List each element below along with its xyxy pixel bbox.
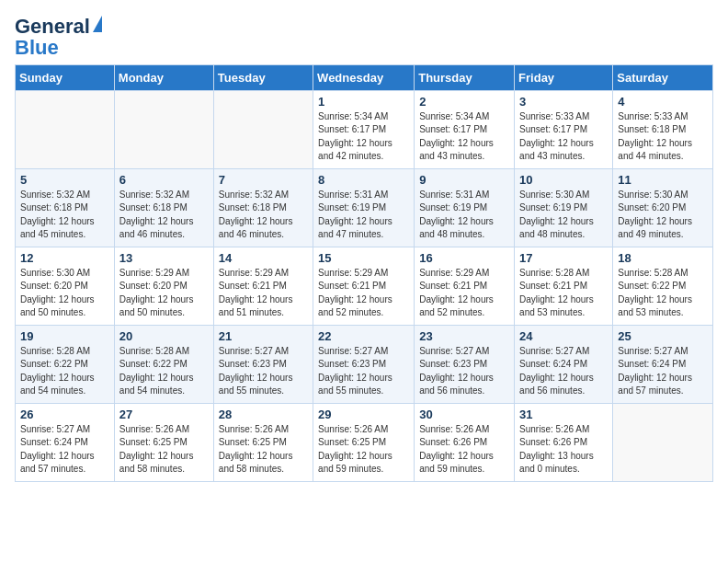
calendar-cell: 2Sunrise: 5:34 AMSunset: 6:17 PMDaylight… bbox=[415, 90, 515, 168]
calendar-cell: 26Sunrise: 5:27 AMSunset: 6:24 PMDayligh… bbox=[16, 403, 115, 481]
calendar-cell: 11Sunrise: 5:30 AMSunset: 6:20 PMDayligh… bbox=[613, 168, 713, 247]
day-number: 28 bbox=[219, 408, 308, 421]
day-info: Sunrise: 5:28 AMSunset: 6:22 PMDaylight:… bbox=[618, 267, 708, 320]
weekday-header: Friday bbox=[515, 64, 613, 90]
day-number: 19 bbox=[20, 329, 109, 343]
calendar-cell: 12Sunrise: 5:30 AMSunset: 6:20 PMDayligh… bbox=[16, 247, 115, 325]
day-number: 15 bbox=[318, 251, 409, 265]
day-number: 29 bbox=[318, 408, 409, 421]
day-info: Sunrise: 5:27 AMSunset: 6:24 PMDaylight:… bbox=[20, 423, 109, 477]
day-number: 23 bbox=[419, 329, 509, 343]
calendar-cell: 14Sunrise: 5:29 AMSunset: 6:21 PMDayligh… bbox=[213, 247, 313, 325]
day-number: 18 bbox=[618, 251, 708, 265]
day-info: Sunrise: 5:32 AMSunset: 6:18 PMDaylight:… bbox=[219, 189, 308, 242]
calendar-cell: 10Sunrise: 5:30 AMSunset: 6:19 PMDayligh… bbox=[515, 168, 613, 247]
day-number: 27 bbox=[119, 408, 209, 421]
day-info: Sunrise: 5:28 AMSunset: 6:22 PMDaylight:… bbox=[20, 345, 109, 398]
page-header: General Blue bbox=[15, 15, 713, 57]
calendar-cell: 30Sunrise: 5:26 AMSunset: 6:26 PMDayligh… bbox=[415, 403, 515, 481]
calendar-cell: 20Sunrise: 5:28 AMSunset: 6:22 PMDayligh… bbox=[114, 325, 213, 403]
day-number: 4 bbox=[618, 95, 708, 109]
day-info: Sunrise: 5:31 AMSunset: 6:19 PMDaylight:… bbox=[419, 189, 509, 242]
calendar-cell: 8Sunrise: 5:31 AMSunset: 6:19 PMDaylight… bbox=[313, 168, 415, 247]
calendar-cell: 28Sunrise: 5:26 AMSunset: 6:25 PMDayligh… bbox=[213, 403, 313, 481]
calendar-cell: 27Sunrise: 5:26 AMSunset: 6:25 PMDayligh… bbox=[114, 403, 213, 481]
calendar-week-row: 26Sunrise: 5:27 AMSunset: 6:24 PMDayligh… bbox=[16, 403, 713, 481]
day-info: Sunrise: 5:33 AMSunset: 6:17 PMDaylight:… bbox=[519, 110, 608, 164]
calendar-cell: 16Sunrise: 5:29 AMSunset: 6:21 PMDayligh… bbox=[415, 247, 515, 325]
calendar-cell: 13Sunrise: 5:29 AMSunset: 6:20 PMDayligh… bbox=[114, 247, 213, 325]
day-number: 22 bbox=[318, 329, 409, 343]
day-info: Sunrise: 5:29 AMSunset: 6:21 PMDaylight:… bbox=[318, 267, 409, 320]
day-info: Sunrise: 5:26 AMSunset: 6:26 PMDaylight:… bbox=[519, 423, 608, 477]
day-number: 8 bbox=[318, 173, 409, 187]
day-info: Sunrise: 5:34 AMSunset: 6:17 PMDaylight:… bbox=[318, 110, 409, 164]
calendar-cell bbox=[613, 403, 713, 481]
day-number: 21 bbox=[219, 329, 308, 343]
calendar-cell: 31Sunrise: 5:26 AMSunset: 6:26 PMDayligh… bbox=[515, 403, 613, 481]
day-number: 25 bbox=[618, 329, 708, 343]
calendar-cell bbox=[16, 90, 115, 168]
calendar-cell: 19Sunrise: 5:28 AMSunset: 6:22 PMDayligh… bbox=[16, 325, 115, 403]
day-number: 10 bbox=[519, 173, 608, 187]
calendar-cell: 29Sunrise: 5:26 AMSunset: 6:25 PMDayligh… bbox=[313, 403, 415, 481]
day-number: 26 bbox=[20, 408, 109, 421]
calendar-table: SundayMondayTuesdayWednesdayThursdayFrid… bbox=[15, 64, 713, 482]
day-info: Sunrise: 5:27 AMSunset: 6:24 PMDaylight:… bbox=[519, 345, 608, 398]
day-info: Sunrise: 5:30 AMSunset: 6:19 PMDaylight:… bbox=[519, 189, 608, 242]
calendar-cell bbox=[213, 90, 313, 168]
day-info: Sunrise: 5:26 AMSunset: 6:25 PMDaylight:… bbox=[219, 423, 308, 477]
calendar-cell: 25Sunrise: 5:27 AMSunset: 6:24 PMDayligh… bbox=[613, 325, 713, 403]
calendar-week-row: 1Sunrise: 5:34 AMSunset: 6:17 PMDaylight… bbox=[16, 90, 713, 168]
day-number: 1 bbox=[318, 95, 409, 109]
calendar-cell bbox=[114, 90, 213, 168]
calendar-cell: 1Sunrise: 5:34 AMSunset: 6:17 PMDaylight… bbox=[313, 90, 415, 168]
weekday-header: Saturday bbox=[613, 64, 713, 90]
calendar-week-row: 19Sunrise: 5:28 AMSunset: 6:22 PMDayligh… bbox=[16, 325, 713, 403]
day-number: 31 bbox=[519, 408, 608, 421]
day-info: Sunrise: 5:27 AMSunset: 6:24 PMDaylight:… bbox=[618, 345, 708, 398]
day-info: Sunrise: 5:28 AMSunset: 6:22 PMDaylight:… bbox=[119, 345, 209, 398]
day-number: 20 bbox=[119, 329, 209, 343]
calendar-week-row: 5Sunrise: 5:32 AMSunset: 6:18 PMDaylight… bbox=[16, 168, 713, 247]
calendar-cell: 3Sunrise: 5:33 AMSunset: 6:17 PMDaylight… bbox=[515, 90, 613, 168]
day-info: Sunrise: 5:30 AMSunset: 6:20 PMDaylight:… bbox=[20, 267, 109, 320]
weekday-header: Tuesday bbox=[213, 64, 313, 90]
day-info: Sunrise: 5:32 AMSunset: 6:18 PMDaylight:… bbox=[119, 189, 209, 242]
day-info: Sunrise: 5:29 AMSunset: 6:21 PMDaylight:… bbox=[419, 267, 509, 320]
calendar-cell: 15Sunrise: 5:29 AMSunset: 6:21 PMDayligh… bbox=[313, 247, 415, 325]
weekday-header: Wednesday bbox=[313, 64, 415, 90]
day-number: 5 bbox=[20, 173, 109, 187]
calendar-cell: 24Sunrise: 5:27 AMSunset: 6:24 PMDayligh… bbox=[515, 325, 613, 403]
calendar-cell: 6Sunrise: 5:32 AMSunset: 6:18 PMDaylight… bbox=[114, 168, 213, 247]
day-info: Sunrise: 5:27 AMSunset: 6:23 PMDaylight:… bbox=[219, 345, 308, 398]
day-number: 13 bbox=[119, 251, 209, 265]
day-info: Sunrise: 5:26 AMSunset: 6:25 PMDaylight:… bbox=[119, 423, 209, 477]
day-number: 11 bbox=[618, 173, 708, 187]
weekday-header: Monday bbox=[114, 64, 213, 90]
day-number: 7 bbox=[219, 173, 308, 187]
calendar-cell: 9Sunrise: 5:31 AMSunset: 6:19 PMDaylight… bbox=[415, 168, 515, 247]
day-number: 30 bbox=[419, 408, 509, 421]
day-info: Sunrise: 5:27 AMSunset: 6:23 PMDaylight:… bbox=[419, 345, 509, 398]
day-info: Sunrise: 5:27 AMSunset: 6:23 PMDaylight:… bbox=[318, 345, 409, 398]
day-number: 14 bbox=[219, 251, 308, 265]
calendar-cell: 17Sunrise: 5:28 AMSunset: 6:21 PMDayligh… bbox=[515, 247, 613, 325]
day-info: Sunrise: 5:29 AMSunset: 6:20 PMDaylight:… bbox=[119, 267, 209, 320]
calendar-cell: 5Sunrise: 5:32 AMSunset: 6:18 PMDaylight… bbox=[16, 168, 115, 247]
day-number: 24 bbox=[519, 329, 608, 343]
calendar-cell: 22Sunrise: 5:27 AMSunset: 6:23 PMDayligh… bbox=[313, 325, 415, 403]
logo-triangle-icon bbox=[93, 16, 102, 32]
day-info: Sunrise: 5:30 AMSunset: 6:20 PMDaylight:… bbox=[618, 189, 708, 242]
calendar-cell: 7Sunrise: 5:32 AMSunset: 6:18 PMDaylight… bbox=[213, 168, 313, 247]
day-info: Sunrise: 5:29 AMSunset: 6:21 PMDaylight:… bbox=[219, 267, 308, 320]
day-number: 17 bbox=[519, 251, 608, 265]
day-info: Sunrise: 5:28 AMSunset: 6:21 PMDaylight:… bbox=[519, 267, 608, 320]
calendar-cell: 23Sunrise: 5:27 AMSunset: 6:23 PMDayligh… bbox=[415, 325, 515, 403]
calendar-cell: 21Sunrise: 5:27 AMSunset: 6:23 PMDayligh… bbox=[213, 325, 313, 403]
logo: General Blue bbox=[15, 15, 102, 57]
weekday-header: Thursday bbox=[415, 64, 515, 90]
day-number: 3 bbox=[519, 95, 608, 109]
day-number: 9 bbox=[419, 173, 509, 187]
day-info: Sunrise: 5:26 AMSunset: 6:25 PMDaylight:… bbox=[318, 423, 409, 477]
